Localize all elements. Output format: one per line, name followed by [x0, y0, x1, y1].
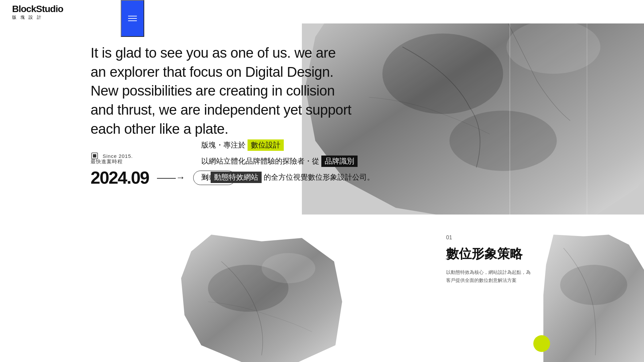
service-title: 數位形象策略: [446, 245, 533, 262]
bottom-info: 01 數位形象策略 以動態特效為核心，網站設計為起點，為客戶提供全面的數位創意解…: [446, 235, 533, 285]
menu-button[interactable]: [121, 0, 144, 37]
service-number: 01: [446, 235, 533, 241]
header: BlockStudio 版 塊 設 計: [0, 0, 644, 23]
rock-highlight-1: [506, 20, 600, 74]
yellow-circle-decoration: [533, 335, 550, 352]
svg-rect-1: [93, 154, 96, 158]
tagline-prefix: 版塊・專注於: [201, 140, 246, 150]
booking-arrow: ——→: [157, 172, 185, 183]
logo-en: BlockStudio: [12, 3, 63, 15]
hero-section: It is glad to see you as one of us. we a…: [0, 0, 644, 215]
rock2-highlight: [262, 253, 315, 283]
rock3-shadow: [560, 265, 627, 305]
tagline-line-1: 版塊・專注於 數位設計: [201, 139, 374, 151]
menu-line-2: [128, 18, 137, 19]
tagline-line-3: 到 動態特效網站 的全方位視覺數位形象設計公司。: [201, 172, 374, 183]
tagline-highlight-2: 品牌識別: [321, 156, 358, 167]
menu-line-3: [128, 20, 137, 21]
booking-date: 2024.09: [91, 168, 149, 188]
logo-zh: 版 塊 設 計: [12, 15, 63, 20]
hero-headline: It is glad to see you as one of us. we a…: [91, 44, 352, 138]
menu-line-1: [128, 16, 137, 16]
since-text: Since 2015.: [103, 153, 133, 159]
rock-shadow-2: [449, 111, 557, 171]
tagline-line3-prefix: 到: [201, 172, 209, 182]
tagline-line3-suffix: 的全方位視覺數位形象設計公司。: [264, 172, 374, 182]
tagline-highlight-3: 動態特效網站: [211, 172, 262, 183]
center-tagline: 版塊・專注於 數位設計 以網站立體化品牌體驗的探險者・從 品牌識別 到 動態特效…: [201, 139, 374, 188]
service-description: 以動態特效為核心，網站設計為起點，為客戶提供全面的數位創意解法方案: [446, 268, 533, 285]
bottom-rock-right: [543, 235, 644, 362]
tagline-highlight-1: 數位設計: [248, 139, 284, 151]
logo[interactable]: BlockStudio 版 塊 設 計: [0, 0, 75, 27]
bottom-section: 01 數位形象策略 以動態特效為核心，網站設計為起點，為客戶提供全面的數位創意解…: [0, 215, 644, 362]
tagline-line2-prefix: 以網站立體化品牌體驗的探險者・從: [201, 156, 319, 166]
tagline-line-2: 以網站立體化品牌體驗的探險者・從 品牌識別: [201, 156, 374, 167]
bottom-rock-left: [181, 235, 342, 362]
